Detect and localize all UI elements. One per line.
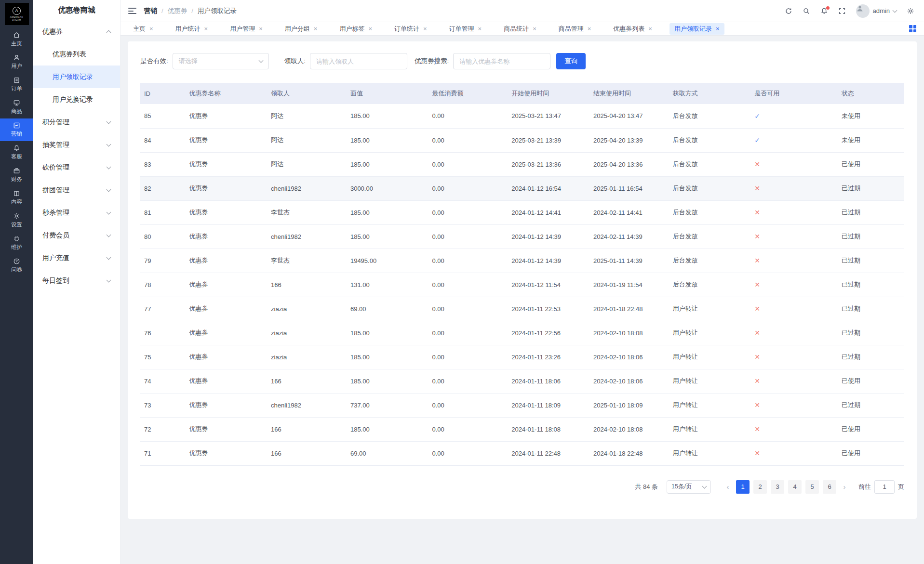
cell-acquire-method: 用户转让 xyxy=(669,321,751,345)
close-tab-icon[interactable]: × xyxy=(314,26,318,32)
tab[interactable]: 优惠券列表 × xyxy=(608,23,657,35)
page-size-select[interactable]: 15条/页 xyxy=(667,480,711,494)
menu-daily-signin[interactable]: 每日签到 xyxy=(33,269,120,292)
tab[interactable]: 用户领取记录 × xyxy=(670,23,724,35)
receiver-input[interactable] xyxy=(310,53,407,69)
table-row: 77 优惠券 ziazia 69.00 0.00 2024-01-11 22:5… xyxy=(140,297,904,321)
page-number-button[interactable]: 5 xyxy=(805,480,819,494)
menu-groupbuy[interactable]: 拼团管理 xyxy=(33,179,120,201)
table-row: 80 优惠券 chenli1982 185.00 0.00 2024-01-12… xyxy=(140,224,904,249)
table-row: 74 优惠券 166 185.00 0.00 2024-01-11 18:06 … xyxy=(140,369,904,393)
cell-start-time: 2024-01-12 14:39 xyxy=(508,224,589,249)
close-tab-icon[interactable]: × xyxy=(533,26,536,32)
rail-item-orders[interactable]: 订单 xyxy=(0,73,33,96)
rail-item-marketing[interactable]: 营销 xyxy=(0,118,33,141)
close-tab-icon[interactable]: × xyxy=(423,26,427,32)
rail-item-maintenance[interactable]: 维护 xyxy=(0,232,33,254)
cell-coupon-name: 优惠券 xyxy=(186,297,268,321)
breadcrumb-marketing[interactable]: 营销 xyxy=(144,7,157,15)
page-number-button[interactable]: 1 xyxy=(736,480,750,494)
tab[interactable]: 用户分组 × xyxy=(280,23,322,35)
tab[interactable]: 商品管理 × xyxy=(554,23,596,35)
cell-usable: ✓ ✕ xyxy=(750,393,838,417)
collapse-sidebar-icon[interactable] xyxy=(128,8,136,14)
table-row: 76 优惠券 ziazia 185.00 0.00 2024-01-11 22:… xyxy=(140,321,904,345)
search-icon[interactable] xyxy=(803,7,810,15)
tab[interactable]: 用户管理 × xyxy=(225,23,268,35)
coupon-search-input[interactable] xyxy=(453,53,550,69)
book-icon xyxy=(13,190,20,197)
tab[interactable]: 订单统计 × xyxy=(389,23,432,35)
cell-coupon-name: 优惠券 xyxy=(186,417,268,441)
fullscreen-icon[interactable] xyxy=(838,7,846,15)
tab[interactable]: 商品统计 × xyxy=(499,23,541,35)
cell-usable: ✓ ✕ xyxy=(750,273,838,297)
close-tab-icon[interactable]: × xyxy=(478,26,482,32)
menu-coupon-list[interactable]: 优惠券列表 xyxy=(33,43,120,66)
rail-item-service[interactable]: 客服 xyxy=(0,141,33,164)
close-tab-icon[interactable]: × xyxy=(716,26,720,32)
col-status: 状态 xyxy=(838,83,904,104)
cell-min-spend: 0.00 xyxy=(429,176,508,200)
notification-bell-icon[interactable] xyxy=(820,7,828,15)
cell-end-time: 2024-02-10 18:08 xyxy=(589,417,669,441)
tab-grid-icon[interactable] xyxy=(909,25,916,32)
menu-flashsale[interactable]: 秒杀管理 xyxy=(33,201,120,224)
menu-lottery[interactable]: 抽奖管理 xyxy=(33,133,120,156)
search-button[interactable]: 查询 xyxy=(556,53,586,69)
valid-select[interactable]: 请选择 xyxy=(173,53,269,69)
rail-item-finance[interactable]: 财务 xyxy=(0,164,33,186)
menu-paid-member[interactable]: 付费会员 xyxy=(33,224,120,247)
close-tab-icon[interactable]: × xyxy=(259,26,263,32)
breadcrumb-claim-records[interactable]: 用户领取记录 xyxy=(198,7,237,15)
next-page-button[interactable]: › xyxy=(838,480,851,494)
cell-receiver: 阿达 xyxy=(267,104,347,128)
user-menu[interactable]: admin xyxy=(856,4,897,18)
cell-status: 已过期 xyxy=(838,321,904,345)
cell-face-value: 69.00 xyxy=(347,441,429,465)
rail-item-content[interactable]: 内容 xyxy=(0,186,33,209)
rail-item-home[interactable]: 主页 xyxy=(0,28,33,51)
settings-gear-icon[interactable] xyxy=(907,7,914,15)
cell-end-time: 2025-04-20 13:47 xyxy=(589,104,669,128)
receiver-filter-label: 领取人: xyxy=(284,57,306,66)
records-table: ID 优惠券名称 领取人 面值 最低消费额 开始使用时间 结束使用时间 获取方式… xyxy=(128,83,917,466)
menu-redeem-records[interactable]: 用户兑换记录 xyxy=(33,88,120,111)
cell-usable: ✓ ✕ xyxy=(750,200,838,224)
tab[interactable]: 用户标签 × xyxy=(335,23,377,35)
page-number-button[interactable]: 6 xyxy=(823,480,836,494)
rail-item-settings[interactable]: 设置 xyxy=(0,209,33,232)
breadcrumb-coupon[interactable]: 优惠券 xyxy=(168,7,187,15)
close-tab-icon[interactable]: × xyxy=(648,26,652,32)
close-tab-icon[interactable]: × xyxy=(149,26,153,32)
rail-item-users[interactable]: 用户 xyxy=(0,51,33,73)
cell-start-time: 2024-01-12 14:41 xyxy=(508,200,589,224)
page-number-button[interactable]: 2 xyxy=(753,480,767,494)
menu-recharge[interactable]: 用户充值 xyxy=(33,247,120,269)
rail-item-survey[interactable]: 问卷 xyxy=(0,254,33,277)
prev-page-button[interactable]: ‹ xyxy=(722,480,734,494)
goto-page-input[interactable] xyxy=(874,480,895,494)
close-tab-icon[interactable]: × xyxy=(204,26,208,32)
refresh-icon[interactable] xyxy=(785,7,792,15)
menu-bargain[interactable]: 砍价管理 xyxy=(33,156,120,179)
tab[interactable]: 主页 × xyxy=(128,23,158,35)
cell-start-time: 2025-03-21 13:47 xyxy=(508,104,589,128)
question-circle-icon xyxy=(13,258,20,265)
chevron-down-icon xyxy=(107,255,111,260)
cell-usable: ✓ ✕ xyxy=(750,224,838,249)
close-tab-icon[interactable]: × xyxy=(368,26,372,32)
page-number-button[interactable]: 4 xyxy=(788,480,802,494)
cell-id: 79 xyxy=(140,249,186,273)
cell-face-value: 185.00 xyxy=(347,152,429,176)
menu-claim-records[interactable]: 用户领取记录 xyxy=(33,66,120,88)
menu-coupon-group[interactable]: 优惠券 xyxy=(33,20,120,43)
tab[interactable]: 用户统计 × xyxy=(171,23,213,35)
page-number-button[interactable]: 3 xyxy=(771,480,784,494)
menu-points[interactable]: 积分管理 xyxy=(33,111,120,133)
cell-id: 75 xyxy=(140,345,186,369)
rail-item-products[interactable]: 商品 xyxy=(0,96,33,118)
tab[interactable]: 订单管理 × xyxy=(444,23,487,35)
close-tab-icon[interactable]: × xyxy=(588,26,591,32)
cell-coupon-name: 优惠券 xyxy=(186,152,268,176)
